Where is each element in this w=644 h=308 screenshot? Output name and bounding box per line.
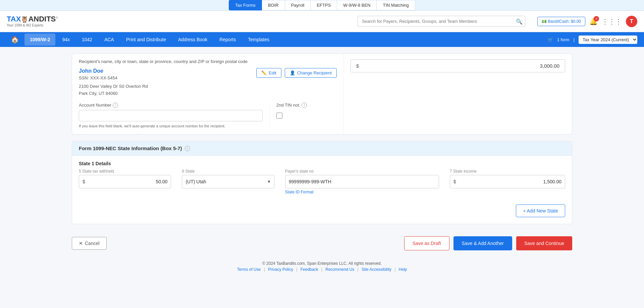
accessibility-link[interactable]: Site Accessibility xyxy=(362,267,391,272)
tin-section: 2nd TIN not. i xyxy=(270,103,337,129)
nav-templates[interactable]: Templates xyxy=(243,34,275,46)
edit-icon: ✏️ xyxy=(261,70,267,75)
header-actions: 💵 BanditCash: $0.00 🔔 0 ⋮⋮⋮ T xyxy=(537,16,637,27)
account-info-icon[interactable]: i xyxy=(113,103,118,108)
apps-button[interactable]: ⋮⋮⋮ xyxy=(602,17,622,25)
cancel-icon: ✕ xyxy=(79,241,83,246)
amount-column: $ 3,000.00 xyxy=(344,54,572,134)
recipient-details: John Doe SSN: XXX-XX-5454 2100 Deer Vall… xyxy=(79,68,250,97)
change-recipient-button[interactable]: 👤 Change Recipient xyxy=(285,68,337,78)
sep1: | xyxy=(264,267,265,272)
payer-state-label: Payer's state no xyxy=(285,169,439,174)
logo-tax: TAX xyxy=(7,15,21,23)
recipient-address: 2100 Deer Valley Dr S0 Overton Rd Park C… xyxy=(79,83,250,97)
recipient-ssn: SSN: XXX-XX-5454 xyxy=(79,75,250,80)
recipient-column: Recipient's name, city or town, state or… xyxy=(72,54,344,134)
top-nav-tin[interactable]: TIN Matching xyxy=(377,0,415,10)
sep5: | xyxy=(394,267,395,272)
state-section-title: Form 1099-NEC State Information (Box 5-7… xyxy=(79,145,182,151)
recommend-link[interactable]: Recommend Us xyxy=(325,267,354,272)
state-id-format-link[interactable]: State ID Format xyxy=(285,190,314,194)
account-label-text: Account Number xyxy=(79,103,111,108)
notification-badge: 0 xyxy=(594,16,599,21)
box5-input[interactable] xyxy=(87,179,168,184)
nav-reports[interactable]: Reports xyxy=(214,34,241,46)
recipient-field-label-wrap: Recipient's name, city or town, state or… xyxy=(72,54,343,64)
account-number-field: Account Number i If you leave this field… xyxy=(79,103,270,129)
bandit-cash-label: BanditCash: $0.00 xyxy=(548,19,581,24)
top-nav-w9[interactable]: W-9/W-8 BEN xyxy=(337,0,377,10)
box7-group: 7 State income $ xyxy=(444,169,565,194)
nav-aca[interactable]: ACA xyxy=(99,34,119,46)
add-new-state-button[interactable]: + Add New State xyxy=(516,204,565,217)
logo-trademark: ® xyxy=(56,16,58,19)
footer: © 2024 TaxBandits.com, Span Enterprises … xyxy=(72,256,572,277)
address-line2: Park City, UT 84060 xyxy=(79,90,250,97)
tin-info-icon[interactable]: i xyxy=(302,103,307,108)
recipient-actions: ✏️ Edit 👤 Change Recipient xyxy=(256,68,337,97)
save-continue-button[interactable]: Save and Continue xyxy=(516,236,572,250)
sep2: | xyxy=(296,267,297,272)
tin-label: 2nd TIN not. i xyxy=(276,103,307,108)
cancel-button[interactable]: ✕ Cancel xyxy=(72,237,107,250)
bandit-cash-button[interactable]: 💵 BanditCash: $0.00 xyxy=(537,17,585,26)
top-nav-tax-forms[interactable]: Tax Forms xyxy=(229,0,262,10)
avatar[interactable]: T xyxy=(626,16,637,27)
account-number-hint: If you leave this field blank, we'll aut… xyxy=(79,123,263,129)
terms-link[interactable]: Terms of Use xyxy=(237,267,261,272)
action-bar: ✕ Cancel Save as Draft Save & Add Anothe… xyxy=(72,231,572,256)
save-add-button[interactable]: Save & Add Another xyxy=(453,236,512,250)
box6-select-wrap: (UT) Utah(AL) Alabama ▼ xyxy=(182,175,274,188)
edit-recipient-button[interactable]: ✏️ Edit xyxy=(256,68,281,78)
sep4: | xyxy=(358,267,359,272)
payer-state-group: Payer's state no State ID Format xyxy=(280,169,444,194)
bandit-cash-icon: 💵 xyxy=(542,19,547,24)
box5-input-wrap: $ xyxy=(79,175,171,188)
top-nav-eftps[interactable]: EFTPS xyxy=(311,0,337,10)
state-section-header: Form 1099-NEC State Information (Box 5-7… xyxy=(72,141,572,156)
help-link[interactable]: Help xyxy=(399,267,407,272)
box6-label: 6 State xyxy=(182,169,274,174)
amount-dollar-sign: $ xyxy=(356,63,359,69)
feedback-link[interactable]: Feedback xyxy=(301,267,318,272)
search-icon[interactable]: 🔍 xyxy=(516,18,523,24)
nav-address[interactable]: Address Book xyxy=(173,34,213,46)
top-row: Recipient's name, city or town, state or… xyxy=(72,54,572,134)
box7-label: 7 State income xyxy=(450,169,565,174)
box5-label: 5 State tax withheld xyxy=(79,169,171,174)
logo-subtitle: Your 1099 & W2 Experts xyxy=(7,23,60,27)
tax-year-select[interactable]: Tax Year 2024 (Current) xyxy=(579,36,637,44)
cart-link[interactable]: 1 form xyxy=(557,37,570,42)
edit-label: Edit xyxy=(269,70,276,75)
logo-text: TAX🦉ANDITS® xyxy=(7,15,60,23)
logo-bandits: ANDITS xyxy=(28,15,56,23)
state-section-info-icon[interactable]: i xyxy=(185,146,190,151)
box7-input[interactable] xyxy=(458,179,561,184)
notification-button[interactable]: 🔔 0 xyxy=(589,17,598,25)
account-number-input[interactable] xyxy=(79,110,263,121)
save-draft-button[interactable]: Save as Draft xyxy=(404,236,449,250)
box6-state-select[interactable]: (UT) Utah(AL) Alabama xyxy=(182,175,274,188)
nav-1099w2[interactable]: 1099/W-2 xyxy=(24,34,55,46)
main-navigation: 🏠 1099/W-2 94x 1042 ACA Print and Distri… xyxy=(0,32,644,47)
box6-group: 6 State (UT) Utah(AL) Alabama ▼ xyxy=(176,169,279,194)
cancel-label: Cancel xyxy=(85,241,100,246)
sep3: | xyxy=(321,267,322,272)
payer-state-input[interactable] xyxy=(285,175,439,188)
home-button[interactable]: 🏠 xyxy=(7,33,23,46)
top-nav-payroll[interactable]: Payroll xyxy=(285,0,311,10)
recipient-field-label: Recipient's name, city or town, state or… xyxy=(79,59,248,64)
add-state-area: + Add New State xyxy=(72,201,572,224)
box7-dollar: $ xyxy=(453,179,456,184)
privacy-link[interactable]: Privacy Policy xyxy=(268,267,293,272)
top-nav-boir[interactable]: BOIR xyxy=(262,0,285,10)
right-actions: Save as Draft Save & Add Another Save an… xyxy=(404,236,572,250)
cart-divider: | xyxy=(574,37,575,42)
account-number-label: Account Number i xyxy=(79,103,263,108)
tin-checkbox[interactable] xyxy=(276,113,282,119)
search-input[interactable] xyxy=(358,16,525,27)
nav-1042[interactable]: 1042 xyxy=(76,34,98,46)
nav-print[interactable]: Print and Distribute xyxy=(121,34,171,46)
nav-94x[interactable]: 94x xyxy=(57,34,75,46)
state1-label: State 1 Details xyxy=(72,156,572,169)
